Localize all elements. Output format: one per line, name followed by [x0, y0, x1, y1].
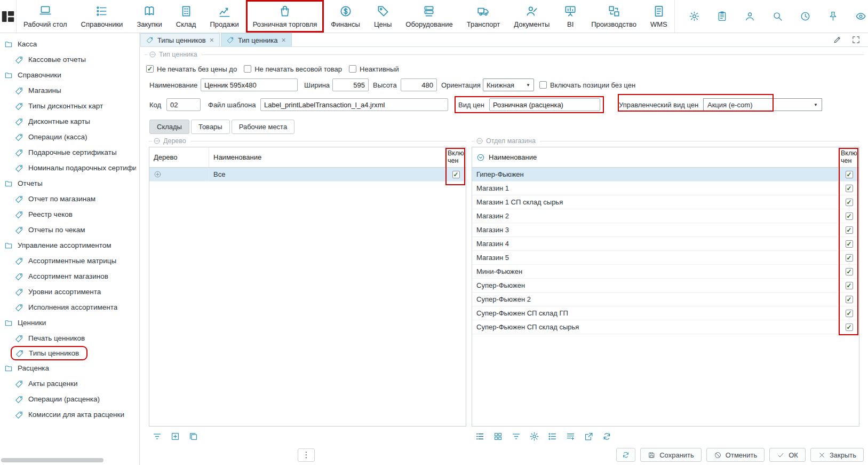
table-row[interactable]: Магазин 1 СП склад сырья: [472, 195, 859, 209]
table-row[interactable]: Магазин 4: [472, 237, 859, 251]
mgmt-price-kind-select[interactable]: Акция (e-com) ▼: [703, 98, 822, 111]
topbar-item[interactable]: Транспорт: [460, 0, 507, 33]
sidebar-item[interactable]: Операции (расценка): [0, 391, 139, 407]
table-row[interactable]: Магазин 1: [472, 182, 859, 195]
column-header-name[interactable]: Наименование: [472, 147, 839, 167]
clock-icon[interactable]: [800, 11, 811, 22]
column-header-tree[interactable]: Дерево: [149, 147, 209, 167]
form-checkbox[interactable]: [146, 65, 154, 73]
table-row[interactable]: Магазин 2: [472, 209, 859, 223]
table-row[interactable]: Гипер-Фьюжен: [472, 168, 859, 182]
row-enabled-checkbox[interactable]: [846, 254, 853, 262]
sync-icon[interactable]: [602, 431, 612, 442]
row-enabled-checkbox[interactable]: [846, 171, 853, 178]
sidebar-item[interactable]: Ассортиментные матрицы: [0, 253, 139, 269]
collapse-icon[interactable]: [153, 137, 161, 145]
topbar-item[interactable]: Продажи: [203, 0, 245, 33]
code-input[interactable]: [166, 98, 201, 111]
collapse-icon[interactable]: [149, 51, 156, 58]
topbar-item[interactable]: Справочники: [74, 0, 130, 33]
chevron-circle-icon[interactable]: [476, 153, 485, 162]
sidebar-item[interactable]: Расценка: [0, 360, 139, 376]
table-row[interactable]: Супер-Фьюжен 2: [472, 293, 859, 306]
search-icon[interactable]: [772, 11, 783, 22]
price-kind-input[interactable]: [489, 98, 600, 111]
expand-plus-icon[interactable]: [154, 170, 162, 178]
sidebar-item[interactable]: Касса: [0, 36, 139, 52]
sidebar-item[interactable]: Печать ценников: [0, 330, 139, 346]
row-enabled-checkbox[interactable]: [846, 199, 853, 206]
pin-icon[interactable]: [827, 11, 839, 22]
table-row[interactable]: Магазин 3: [472, 223, 859, 237]
sidebar-item[interactable]: Реестр чеков: [0, 207, 139, 222]
stack-icon[interactable]: [188, 431, 198, 442]
column-header-enabled[interactable]: Включен: [839, 147, 859, 167]
footer-button[interactable]: Отменить: [706, 448, 765, 462]
row-enabled-checkbox[interactable]: [846, 226, 853, 234]
sidebar-item[interactable]: Отчеты: [0, 176, 139, 191]
row-enabled-checkbox[interactable]: [846, 296, 853, 303]
sidebar-item[interactable]: Магазины: [0, 83, 139, 98]
sidebar-item[interactable]: Акты расценки: [0, 376, 139, 391]
sidebar-item[interactable]: Типы дисконтных карт: [0, 98, 139, 114]
row-enabled-checkbox[interactable]: [846, 212, 853, 220]
gridview-icon[interactable]: [493, 431, 503, 442]
row-enabled-checkbox[interactable]: [846, 240, 853, 248]
height-input[interactable]: [401, 78, 437, 91]
detail-subtab[interactable]: Товары: [191, 120, 230, 134]
topbar-item[interactable]: Цены: [367, 0, 399, 33]
form-checkbox[interactable]: [349, 65, 356, 73]
gear-icon[interactable]: [529, 431, 539, 442]
sidebar-item[interactable]: Ценники: [0, 315, 139, 330]
table-row[interactable]: Супер-Фьюжен СП склад ГП: [472, 306, 859, 320]
filter-icon[interactable]: [511, 431, 521, 442]
footer-button[interactable]: Сохранить: [640, 448, 702, 462]
form-checkbox[interactable]: [244, 65, 251, 73]
sidebar-item[interactable]: Типы ценников: [11, 346, 87, 360]
column-header-name[interactable]: Наименование: [209, 147, 445, 167]
sidebar-item[interactable]: Комиссии для акта расценки: [0, 407, 139, 422]
sidebar-item[interactable]: Справочники: [0, 67, 139, 83]
topbar-item[interactable]: Финансы: [324, 0, 367, 33]
row-enabled-checkbox[interactable]: [846, 310, 853, 317]
table-row[interactable]: Все: [149, 168, 466, 182]
sidebar-item[interactable]: Управление ассортиментом: [0, 238, 139, 253]
row-enabled-checkbox[interactable]: [846, 185, 853, 192]
sidebar-item[interactable]: Дисконтные карты: [0, 114, 139, 129]
sidebar-item[interactable]: Кассовые отчеты: [0, 52, 139, 67]
listview-icon[interactable]: [475, 431, 485, 442]
table-row[interactable]: Супер-Фьюжен СП склад сырья: [472, 320, 859, 334]
edit-icon[interactable]: [833, 35, 842, 44]
document-tab[interactable]: Тип ценника ×: [221, 33, 292, 46]
topbar-item[interactable]: WMS: [643, 0, 674, 33]
name-input[interactable]: [201, 78, 298, 91]
row-enabled-checkbox[interactable]: [846, 324, 853, 331]
filter-icon[interactable]: [152, 431, 162, 442]
row-enabled-checkbox[interactable]: [846, 268, 853, 275]
sidebar-item[interactable]: Номиналы подарочных сертификато: [0, 160, 139, 176]
sidebar-item[interactable]: Уровни ассортимента: [0, 284, 139, 300]
column-header-enabled[interactable]: Включен: [445, 147, 466, 167]
detail-subtab[interactable]: Рабочие места: [232, 120, 294, 134]
sidebar-item[interactable]: Отчеты по чекам: [0, 222, 139, 238]
sidebar-item[interactable]: Операции (касса): [0, 129, 139, 145]
sidebar-horizontal-scrollbar[interactable]: [1, 458, 103, 462]
topbar-item[interactable]: Склад: [169, 0, 203, 33]
numlist-icon[interactable]: [547, 431, 558, 442]
topbar-item[interactable]: BI: [556, 0, 584, 33]
fullscreen-icon[interactable]: [851, 35, 861, 44]
plusbox-icon[interactable]: [170, 431, 180, 442]
sidebar-item[interactable]: Подарочные сертификаты: [0, 145, 139, 160]
topbar-item[interactable]: Производство: [584, 0, 643, 33]
topbar-item[interactable]: Рабочий стол: [17, 0, 74, 33]
table-row[interactable]: Супер-Фьюжен: [472, 279, 859, 293]
topbar-item[interactable]: Розничная торговля: [246, 0, 324, 33]
notes-icon[interactable]: [716, 11, 728, 22]
refresh-button[interactable]: [616, 448, 635, 462]
topbar-item[interactable]: Оборудование: [399, 0, 459, 33]
export-icon[interactable]: [584, 431, 594, 442]
app-logo[interactable]: [0, 0, 17, 33]
sidebar-item[interactable]: Исполнения ассортимента: [0, 300, 139, 315]
tab-close-icon[interactable]: ×: [210, 36, 214, 44]
width-input[interactable]: [332, 78, 369, 91]
